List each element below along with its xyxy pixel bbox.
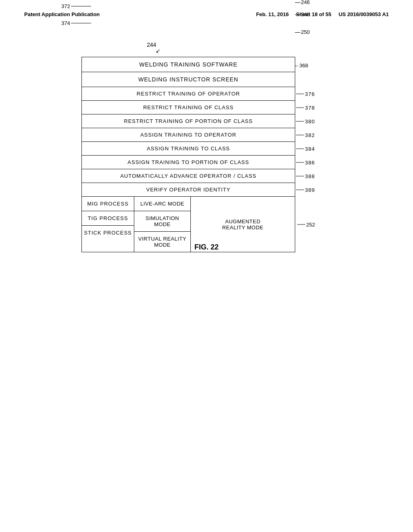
software-title: WELDING TRAINING SOFTWARE [82, 57, 295, 72]
augmented-reality-cell: AUGMENTED REALITY MODE [191, 197, 295, 252]
ref-374-label: 374 [61, 20, 91, 26]
virtual-reality-mode-cell: VIRTUAL REALITY MODE [134, 232, 190, 252]
stick-process-cell: STICK PROCESS [82, 226, 134, 240]
instructor-screen-subtitle: WELDING INSTRUCTOR SCREEN [82, 72, 295, 87]
patent-label: US 2016/0039053 A1 [338, 11, 389, 17]
header-left: Patent Application Publication [24, 11, 100, 17]
simulation-mode-cell: SIMULATION MODE [134, 211, 190, 232]
menu-items-container: RESTRICT TRAINING OF OPERATOR 376 RESTRI… [82, 87, 295, 196]
ref-378: 378 [296, 104, 315, 110]
live-arc-mode-cell: LIVE-ARC MODE [134, 197, 190, 211]
publication-label: Patent Application Publication [24, 11, 100, 17]
menu-item-4: ASSIGN TRAINING TO CLASS 384 [82, 142, 295, 156]
ref-389: 389 [296, 187, 315, 193]
date-label: Feb. 11, 2016 [256, 11, 289, 17]
mode-column: LIVE-ARC MODE SIMULATION MODE VIRTUAL RE… [134, 197, 191, 252]
header-right: Feb. 11, 2016 Sheet 18 of 55 US 2016/003… [256, 11, 389, 17]
ref-246-label: 246 [295, 0, 310, 5]
arrow-244: ↙ [156, 48, 161, 54]
main-box: WELDING TRAINING SOFTWARE WELDING INSTRU… [81, 57, 295, 252]
menu-item-3: ASSIGN TRAINING TO OPERATOR 382 [82, 128, 295, 142]
ref-372-label: 372 [61, 3, 91, 9]
ref-250-label: 250 [295, 29, 310, 35]
ref-252-label: 252 [297, 221, 315, 227]
ref-386: 386 [296, 159, 315, 165]
ref-376: 376 [296, 91, 315, 97]
menu-item-6: AUTOMATICALLY ADVANCE OPERATOR / CLASS 3… [82, 169, 295, 183]
ref-368-label: ←368 [294, 62, 308, 69]
ref-248-label: 248 [295, 11, 310, 17]
menu-item-0: RESTRICT TRAINING OF OPERATOR 376 [82, 87, 295, 101]
ref-382: 382 [296, 132, 315, 138]
ref-388: 388 [296, 173, 315, 179]
process-column: MIG PROCESS TIG PROCESS STICK PROCESS [82, 197, 134, 252]
menu-item-5: ASSIGN TRAINING TO PORTION OF CLASS 386 [82, 156, 295, 169]
menu-item-2: RESTRICT TRAINING OF PORTION OF CLASS 38… [82, 114, 295, 128]
ref-380: 380 [296, 118, 315, 124]
ref-244-label: 244 [147, 42, 156, 48]
bottom-section: MIG PROCESS TIG PROCESS STICK PROCESS LI… [82, 196, 295, 252]
menu-item-7: VERIFY OPERATOR IDENTITY 389 [82, 183, 295, 196]
tig-process-cell: TIG PROCESS [82, 211, 134, 226]
augmented-reality-column: AUGMENTED REALITY MODE [191, 197, 295, 252]
mig-process-cell: MIG PROCESS [82, 197, 134, 211]
ref-384: 384 [296, 145, 315, 152]
menu-item-1: RESTRICT TRAINING OF CLASS 378 [82, 101, 295, 114]
